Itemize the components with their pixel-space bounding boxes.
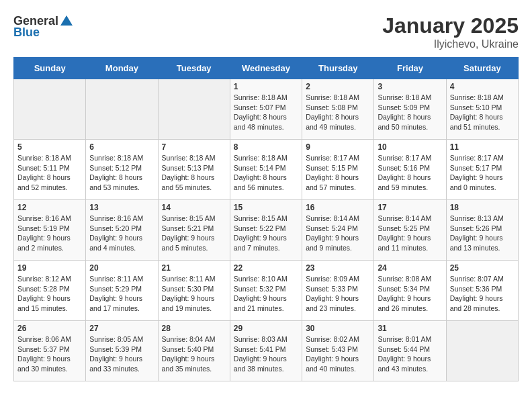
week-row-5: 26Sunrise: 8:06 AMSunset: 5:37 PMDayligh… — [14, 321, 519, 381]
cell-details: Sunrise: 8:10 AMSunset: 5:32 PMDaylight:… — [234, 274, 298, 314]
cell-details: Sunrise: 8:18 AMSunset: 5:07 PMDaylight:… — [234, 93, 298, 132]
calendar-cell: 8Sunrise: 8:18 AMSunset: 5:14 PMDaylight… — [230, 140, 302, 200]
day-header-tuesday: Tuesday — [158, 58, 230, 79]
day-number: 3 — [378, 82, 442, 91]
day-header-saturday: Saturday — [446, 58, 518, 79]
cell-details: Sunrise: 8:18 AMSunset: 5:11 PMDaylight:… — [17, 153, 82, 193]
calendar-cell: 16Sunrise: 8:14 AMSunset: 5:24 PMDayligh… — [302, 200, 374, 261]
day-number: 11 — [450, 142, 515, 152]
day-number: 5 — [17, 142, 82, 152]
cell-details: Sunrise: 8:14 AMSunset: 5:25 PMDaylight:… — [378, 214, 442, 253]
calendar-cell: 11Sunrise: 8:17 AMSunset: 5:17 PMDayligh… — [446, 140, 518, 200]
day-number: 9 — [306, 142, 370, 152]
calendar-cell: 6Sunrise: 8:18 AMSunset: 5:12 PMDaylight… — [86, 140, 158, 200]
day-number: 18 — [450, 203, 515, 212]
logo-blue-text: Blue — [13, 26, 40, 40]
calendar-cell — [446, 321, 518, 381]
cell-details: Sunrise: 8:18 AMSunset: 5:13 PMDaylight:… — [162, 153, 226, 193]
calendar-table: SundayMondayTuesdayWednesdayThursdayFrid… — [13, 57, 519, 381]
cell-details: Sunrise: 8:08 AMSunset: 5:34 PMDaylight:… — [378, 274, 442, 314]
calendar-cell — [158, 79, 230, 140]
calendar-cell: 5Sunrise: 8:18 AMSunset: 5:11 PMDaylight… — [14, 140, 86, 200]
cell-details: Sunrise: 8:03 AMSunset: 5:41 PMDaylight:… — [234, 334, 298, 374]
day-header-wednesday: Wednesday — [230, 58, 302, 79]
calendar-cell: 9Sunrise: 8:17 AMSunset: 5:15 PMDaylight… — [302, 140, 374, 200]
day-number: 30 — [306, 324, 370, 333]
calendar-cell: 2Sunrise: 8:18 AMSunset: 5:08 PMDaylight… — [302, 79, 374, 140]
calendar-subtitle: Ilyichevo, Ukraine — [382, 38, 519, 50]
calendar-cell: 3Sunrise: 8:18 AMSunset: 5:09 PMDaylight… — [374, 79, 446, 140]
day-number: 16 — [306, 203, 370, 212]
header-row: SundayMondayTuesdayWednesdayThursdayFrid… — [14, 58, 519, 79]
day-header-friday: Friday — [374, 58, 446, 79]
calendar-cell: 30Sunrise: 8:02 AMSunset: 5:43 PMDayligh… — [302, 321, 374, 381]
week-row-3: 12Sunrise: 8:16 AMSunset: 5:19 PMDayligh… — [14, 200, 519, 261]
day-number: 2 — [306, 82, 370, 91]
day-number: 15 — [234, 203, 298, 212]
day-number: 17 — [378, 203, 442, 212]
day-number: 27 — [89, 324, 154, 333]
calendar-title: January 2025 — [382, 13, 519, 38]
cell-details: Sunrise: 8:17 AMSunset: 5:17 PMDaylight:… — [450, 153, 515, 193]
calendar-cell: 10Sunrise: 8:17 AMSunset: 5:16 PMDayligh… — [374, 140, 446, 200]
calendar-cell: 15Sunrise: 8:15 AMSunset: 5:22 PMDayligh… — [230, 200, 302, 261]
cell-details: Sunrise: 8:17 AMSunset: 5:15 PMDaylight:… — [306, 153, 370, 193]
calendar-cell: 28Sunrise: 8:04 AMSunset: 5:40 PMDayligh… — [158, 321, 230, 381]
day-header-thursday: Thursday — [302, 58, 374, 79]
calendar-cell: 24Sunrise: 8:08 AMSunset: 5:34 PMDayligh… — [374, 261, 446, 321]
cell-details: Sunrise: 8:12 AMSunset: 5:28 PMDaylight:… — [17, 274, 82, 314]
cell-details: Sunrise: 8:17 AMSunset: 5:16 PMDaylight:… — [378, 153, 442, 193]
calendar-cell: 18Sunrise: 8:13 AMSunset: 5:26 PMDayligh… — [446, 200, 518, 261]
calendar-cell: 31Sunrise: 8:01 AMSunset: 5:44 PMDayligh… — [374, 321, 446, 381]
day-header-monday: Monday — [86, 58, 158, 79]
cell-details: Sunrise: 8:18 AMSunset: 5:12 PMDaylight:… — [89, 153, 154, 193]
week-row-1: 1Sunrise: 8:18 AMSunset: 5:07 PMDaylight… — [14, 79, 519, 140]
logo-icon — [59, 13, 74, 28]
cell-details: Sunrise: 8:02 AMSunset: 5:43 PMDaylight:… — [306, 334, 370, 374]
day-number: 19 — [17, 263, 82, 273]
day-number: 26 — [17, 324, 82, 333]
calendar-cell: 22Sunrise: 8:10 AMSunset: 5:32 PMDayligh… — [230, 261, 302, 321]
day-number: 7 — [162, 142, 226, 152]
calendar-cell: 26Sunrise: 8:06 AMSunset: 5:37 PMDayligh… — [14, 321, 86, 381]
cell-details: Sunrise: 8:18 AMSunset: 5:09 PMDaylight:… — [378, 93, 442, 132]
day-number: 29 — [234, 324, 298, 333]
title-section: January 2025 Ilyichevo, Ukraine — [382, 13, 519, 50]
cell-details: Sunrise: 8:18 AMSunset: 5:08 PMDaylight:… — [306, 93, 370, 132]
calendar-cell: 1Sunrise: 8:18 AMSunset: 5:07 PMDaylight… — [230, 79, 302, 140]
logo: General Blue — [13, 13, 75, 40]
calendar-cell: 4Sunrise: 8:18 AMSunset: 5:10 PMDaylight… — [446, 79, 518, 140]
cell-details: Sunrise: 8:15 AMSunset: 5:21 PMDaylight:… — [162, 214, 226, 253]
cell-details: Sunrise: 8:15 AMSunset: 5:22 PMDaylight:… — [234, 214, 298, 253]
day-number: 6 — [89, 142, 154, 152]
cell-details: Sunrise: 8:18 AMSunset: 5:14 PMDaylight:… — [234, 153, 298, 193]
week-row-4: 19Sunrise: 8:12 AMSunset: 5:28 PMDayligh… — [14, 261, 519, 321]
calendar-cell: 14Sunrise: 8:15 AMSunset: 5:21 PMDayligh… — [158, 200, 230, 261]
calendar-cell: 23Sunrise: 8:09 AMSunset: 5:33 PMDayligh… — [302, 261, 374, 321]
cell-details: Sunrise: 8:14 AMSunset: 5:24 PMDaylight:… — [306, 214, 370, 253]
day-number: 14 — [162, 203, 226, 212]
day-number: 1 — [234, 82, 298, 91]
day-number: 13 — [89, 203, 154, 212]
day-header-sunday: Sunday — [14, 58, 86, 79]
day-number: 22 — [234, 263, 298, 273]
calendar-cell: 21Sunrise: 8:11 AMSunset: 5:30 PMDayligh… — [158, 261, 230, 321]
calendar-cell: 13Sunrise: 8:16 AMSunset: 5:20 PMDayligh… — [86, 200, 158, 261]
page-header: General Blue January 2025 Ilyichevo, Ukr… — [13, 13, 519, 50]
cell-details: Sunrise: 8:16 AMSunset: 5:19 PMDaylight:… — [17, 214, 82, 253]
day-number: 24 — [378, 263, 442, 273]
day-number: 25 — [450, 263, 515, 273]
cell-details: Sunrise: 8:01 AMSunset: 5:44 PMDaylight:… — [378, 334, 442, 374]
calendar-cell: 27Sunrise: 8:05 AMSunset: 5:39 PMDayligh… — [86, 321, 158, 381]
day-number: 28 — [162, 324, 226, 333]
cell-details: Sunrise: 8:13 AMSunset: 5:26 PMDaylight:… — [450, 214, 515, 253]
cell-details: Sunrise: 8:07 AMSunset: 5:36 PMDaylight:… — [450, 274, 515, 314]
calendar-cell: 25Sunrise: 8:07 AMSunset: 5:36 PMDayligh… — [446, 261, 518, 321]
cell-details: Sunrise: 8:06 AMSunset: 5:37 PMDaylight:… — [17, 334, 82, 374]
cell-details: Sunrise: 8:11 AMSunset: 5:30 PMDaylight:… — [162, 274, 226, 314]
day-number: 12 — [17, 203, 82, 212]
calendar-cell: 7Sunrise: 8:18 AMSunset: 5:13 PMDaylight… — [158, 140, 230, 200]
calendar-cell: 12Sunrise: 8:16 AMSunset: 5:19 PMDayligh… — [14, 200, 86, 261]
cell-details: Sunrise: 8:05 AMSunset: 5:39 PMDaylight:… — [89, 334, 154, 374]
day-number: 21 — [162, 263, 226, 273]
